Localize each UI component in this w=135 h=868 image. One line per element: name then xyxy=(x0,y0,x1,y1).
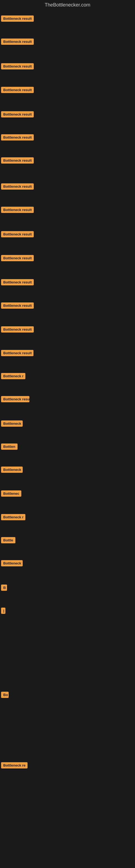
bottleneck-badge[interactable]: Bottleneck xyxy=(1,467,23,473)
list-item: Bottle xyxy=(1,537,15,545)
list-item: Bottleneck result xyxy=(1,279,34,286)
list-item: Bottleneck xyxy=(1,421,23,428)
list-item: Bottleneck xyxy=(1,467,23,474)
bottleneck-badge[interactable]: Bottleneck result xyxy=(1,38,34,45)
list-item: Bottleneck re xyxy=(1,762,28,770)
bottleneck-badge[interactable]: Bottleneck result xyxy=(1,157,34,163)
bottleneck-badge[interactable]: Bottleneck result xyxy=(1,183,34,190)
bottleneck-badge[interactable]: Bottleneck xyxy=(1,560,23,566)
list-item: Bottleneck result xyxy=(1,134,34,142)
bottleneck-badge[interactable]: Bottlenec xyxy=(1,490,21,497)
list-item: Bottleneck r xyxy=(1,514,26,521)
bottleneck-badge[interactable]: Bottleneck result xyxy=(1,326,34,333)
bottleneck-badge[interactable]: Bottleneck result xyxy=(1,16,34,22)
list-item: Bottleneck result xyxy=(1,157,34,165)
list-item: Bottleneck r xyxy=(1,373,26,380)
bottleneck-badge[interactable]: Bottleneck r xyxy=(1,373,26,379)
bottleneck-badge[interactable]: Bottleneck result xyxy=(1,111,34,118)
bottleneck-badge[interactable]: Bottlen xyxy=(1,443,17,450)
list-item: Bo xyxy=(1,692,9,699)
bottleneck-badge[interactable]: Bottle xyxy=(1,537,15,543)
list-item: Bottleneck xyxy=(1,560,23,567)
list-item: Bottleneck result xyxy=(1,16,34,23)
bottleneck-badge[interactable]: Bottleneck result xyxy=(1,350,34,356)
bottleneck-badge[interactable]: Bottleneck re xyxy=(1,762,28,769)
list-item: Bottleneck result xyxy=(1,87,34,94)
list-item: Bottleneck resu xyxy=(1,396,30,403)
site-title-bar: TheBottlenecker.com xyxy=(0,0,135,10)
bottleneck-badge[interactable]: B xyxy=(1,585,7,591)
list-item: Bottleneck result xyxy=(1,38,34,46)
list-item: Bottleneck result xyxy=(1,111,34,119)
bottleneck-badge[interactable]: Bo xyxy=(1,692,9,698)
list-item: B xyxy=(1,585,7,592)
list-item: | xyxy=(1,608,5,615)
bottleneck-badge[interactable]: Bottleneck result xyxy=(1,63,34,69)
list-item: Bottlen xyxy=(1,443,17,451)
bottleneck-badge[interactable]: Bottleneck result xyxy=(1,231,34,237)
list-item: Bottleneck result xyxy=(1,231,34,239)
bottleneck-badge[interactable]: Bottleneck result xyxy=(1,255,34,261)
list-item: Bottleneck result xyxy=(1,350,34,357)
list-item: Bottleneck result xyxy=(1,326,34,334)
bottleneck-badge[interactable]: Bottleneck result xyxy=(1,207,34,213)
bottleneck-badge[interactable]: Bottleneck result xyxy=(1,134,34,141)
list-item: Bottleneck result xyxy=(1,63,34,70)
bottleneck-badge[interactable]: | xyxy=(1,608,5,614)
bottleneck-badge[interactable]: Bottleneck xyxy=(1,421,23,427)
list-item: Bottlenec xyxy=(1,490,21,498)
list-item: Bottleneck result xyxy=(1,303,34,310)
bottleneck-badge[interactable]: Bottleneck result xyxy=(1,279,34,285)
site-title: TheBottlenecker.com xyxy=(0,0,135,10)
list-item: Bottleneck result xyxy=(1,207,34,214)
bottleneck-badge[interactable]: Bottleneck resu xyxy=(1,396,30,402)
list-item: Bottleneck result xyxy=(1,255,34,262)
bottleneck-badge[interactable]: Bottleneck r xyxy=(1,514,26,520)
bottleneck-badge[interactable]: Bottleneck result xyxy=(1,303,34,309)
list-item: Bottleneck result xyxy=(1,183,34,191)
bottleneck-badge[interactable]: Bottleneck result xyxy=(1,87,34,93)
